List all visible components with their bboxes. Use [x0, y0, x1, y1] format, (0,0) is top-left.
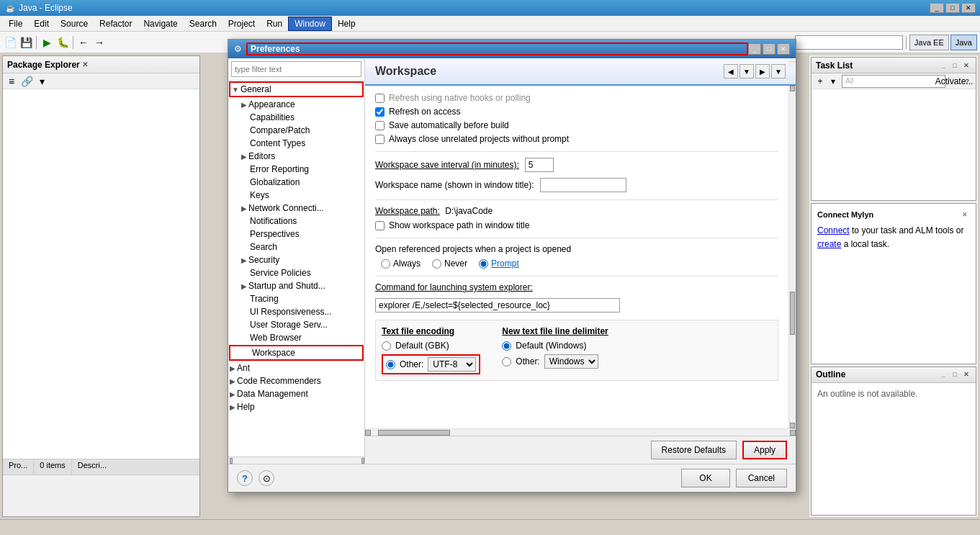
tree-item-perspectives[interactable]: Perspectives [228, 228, 364, 240]
option-always[interactable]: Always [381, 258, 421, 269]
forward-button[interactable]: → [92, 35, 107, 50]
dialog-minimize-button[interactable]: _ [748, 43, 761, 55]
quick-access-input[interactable] [795, 35, 903, 50]
radio-prompt[interactable] [479, 259, 488, 269]
outline-minimize[interactable]: _ [938, 369, 948, 379]
tree-item-general[interactable]: ▼ General [229, 81, 364, 97]
dialog-close-button[interactable]: ✕ [777, 43, 790, 55]
task-help-icon[interactable]: ? [961, 76, 973, 87]
tree-item-ui-responsiveness[interactable]: UI Responsiveness... [228, 305, 364, 318]
tree-item-code-recommenders[interactable]: ▶ Code Recommenders [228, 374, 364, 387]
menu-help[interactable]: Help [332, 17, 361, 31]
apply-button[interactable]: Apply [742, 441, 787, 459]
tree-item-web-browser[interactable]: Web Browser [228, 331, 364, 344]
save-button[interactable]: 💾 [19, 35, 33, 50]
nav-menu-button[interactable]: ▼ [771, 64, 786, 78]
collapse-all-icon[interactable]: ≡ [4, 74, 19, 89]
task-filter-icon[interactable]: ▾ [827, 76, 839, 87]
tree-horizontal-scrollbar[interactable] [228, 457, 364, 464]
link-with-editor-icon[interactable]: 🔗 [19, 74, 34, 89]
java-perspective[interactable]: Java [950, 35, 977, 50]
menu-window[interactable]: Window [288, 17, 332, 31]
help-button[interactable]: ? [237, 470, 253, 486]
menu-run[interactable]: Run [261, 17, 288, 31]
content-hscrollbar[interactable] [365, 428, 796, 436]
dialog-maximize-button[interactable]: □ [763, 43, 776, 55]
run-button[interactable]: ▶ [40, 35, 54, 50]
tree-item-startup[interactable]: ▶ Startup and Shutd... [228, 279, 364, 292]
menu-refactor[interactable]: Refactor [94, 17, 138, 31]
new-button[interactable]: 📄 [3, 35, 17, 50]
back-button[interactable]: ← [76, 35, 91, 50]
cb-save-auto[interactable] [375, 121, 385, 130]
preferences-filter-input[interactable] [231, 61, 361, 77]
menu-file[interactable]: File [3, 17, 28, 31]
workspace-name-input[interactable] [540, 178, 626, 192]
nav-dropdown-button[interactable]: ▼ [740, 64, 754, 78]
menu-project[interactable]: Project [222, 17, 261, 31]
tree-item-workspace[interactable]: Workspace [229, 345, 364, 361]
delimiter-other-select[interactable]: Windows Unix Mac [544, 354, 598, 369]
package-explorer-close[interactable]: ✕ [80, 60, 90, 70]
tree-item-capabilities[interactable]: Capabilities [228, 111, 364, 124]
defaults-button[interactable]: ⊙ [259, 470, 274, 486]
option-never[interactable]: Never [432, 258, 467, 269]
task-activate-icon[interactable]: Activate... [948, 76, 960, 87]
save-interval-input[interactable] [525, 158, 554, 172]
java-ee-perspective[interactable]: Java EE [909, 35, 949, 50]
radio-delimiter-other[interactable] [502, 357, 511, 367]
tree-item-globalization[interactable]: Globalization [228, 176, 364, 189]
menu-navigate[interactable]: Navigate [138, 17, 183, 31]
connect-link[interactable]: Connect [817, 225, 850, 235]
outline-close[interactable]: ✕ [961, 369, 971, 379]
connect-mylyn-close[interactable]: ✕ [960, 210, 970, 220]
nav-back-button[interactable]: ◀ [724, 64, 738, 78]
menu-search[interactable]: Search [184, 17, 222, 31]
command-input[interactable] [375, 298, 620, 313]
tree-item-tracing[interactable]: Tracing [228, 292, 364, 305]
tree-item-error-reporting[interactable]: Error Reporting [228, 163, 364, 176]
menu-source[interactable]: Source [55, 17, 94, 31]
task-list-maximize[interactable]: □ [950, 60, 960, 71]
radio-delimiter-default[interactable] [502, 341, 511, 351]
tree-item-search[interactable]: Search [228, 240, 364, 253]
nav-forward-button[interactable]: ▶ [755, 64, 770, 78]
cb-show-path[interactable] [375, 221, 385, 230]
maximize-button[interactable]: □ [945, 3, 960, 13]
content-scrollbar[interactable] [788, 86, 796, 428]
tree-item-service-policies[interactable]: Service Policies [228, 266, 364, 279]
tab-description[interactable]: Descri... [72, 459, 112, 475]
task-add-icon[interactable]: + [814, 76, 826, 87]
text-encoding-title[interactable]: Text file encoding [382, 326, 480, 336]
minimize-button[interactable]: _ [930, 3, 944, 13]
menu-edit[interactable]: Edit [28, 17, 55, 31]
tab-problems[interactable]: Pro... [3, 459, 34, 475]
tree-item-notifications[interactable]: Notifications [228, 215, 364, 228]
radio-never[interactable] [432, 259, 441, 269]
debug-button[interactable]: 🐛 [55, 35, 70, 50]
tree-item-compare-patch[interactable]: Compare/Patch [228, 124, 364, 137]
view-menu-icon[interactable]: ▾ [35, 74, 49, 89]
tree-item-user-storage[interactable]: User Storage Serv... [228, 318, 364, 331]
cb-refresh-native[interactable] [375, 94, 385, 103]
tree-item-ant[interactable]: ▶ Ant [228, 361, 364, 374]
tree-item-content-types[interactable]: Content Types [228, 137, 364, 150]
create-link[interactable]: create [817, 239, 841, 249]
tree-item-keys[interactable]: Keys [228, 189, 364, 202]
encoding-other-select[interactable]: UTF-8 GBK UTF-16 [428, 357, 476, 372]
outline-maximize[interactable]: □ [950, 369, 960, 379]
task-list-minimize[interactable]: _ [938, 60, 948, 71]
tree-item-editors[interactable]: ▶ Editors [228, 150, 364, 163]
cancel-button[interactable]: Cancel [736, 469, 787, 487]
cb-close-projects[interactable] [375, 135, 385, 144]
tree-item-appearance[interactable]: ▶ Appearance [228, 98, 364, 111]
radio-encoding-other[interactable] [386, 360, 395, 369]
close-button[interactable]: ✕ [961, 3, 976, 13]
ok-button[interactable]: OK [681, 469, 729, 487]
tree-item-data-management[interactable]: ▶ Data Management [228, 387, 364, 400]
task-list-close[interactable]: ✕ [961, 60, 971, 71]
line-delimiter-title[interactable]: New text file line delimiter [502, 326, 608, 336]
radio-encoding-default[interactable] [382, 341, 391, 351]
option-prompt[interactable]: Prompt [479, 258, 519, 269]
tree-item-help[interactable]: ▶ Help [228, 400, 364, 413]
